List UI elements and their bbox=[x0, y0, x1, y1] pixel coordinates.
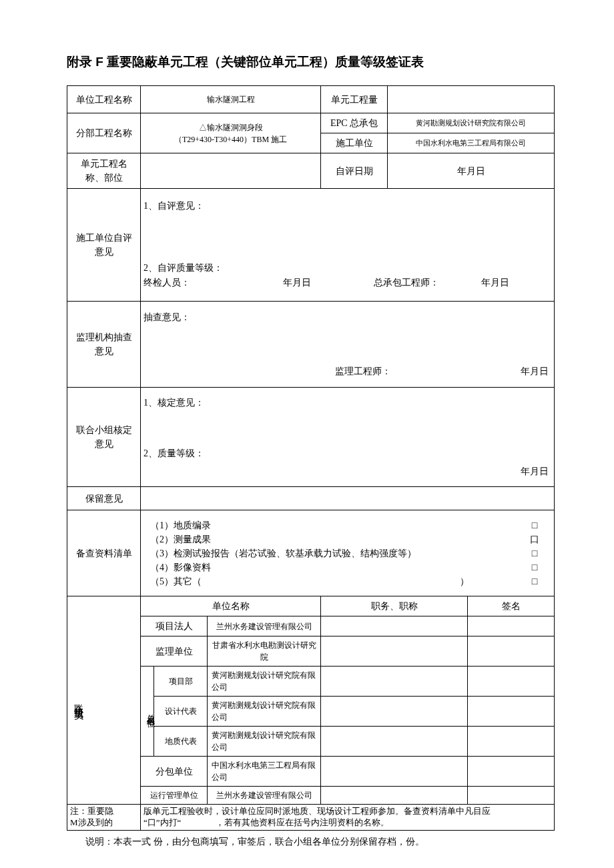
row-gc-geo-label: 地质代表 bbox=[154, 727, 208, 757]
inspect-sig: 监理工程师： bbox=[335, 364, 469, 378]
checkbox-4[interactable]: □ bbox=[525, 560, 545, 574]
row-subcontractor-unit: 中国水利水电第三工程局有限公司 bbox=[208, 757, 321, 787]
note-label-2: M涉及到的 bbox=[70, 817, 137, 829]
row-subcontractor-label: 分包单位 bbox=[141, 757, 208, 787]
row-gc-project-dept-label: 项目部 bbox=[154, 667, 208, 697]
value-reserved-opinion bbox=[141, 487, 555, 510]
row-project-legal-label: 项目法人 bbox=[141, 616, 208, 636]
block-checklist: （1）地质编录□ （2）测量成果口 （3）检测试验报告（岩芯试验、软基承载力试验… bbox=[141, 510, 555, 596]
row-gc-project-dept-unit: 黄河勘测规划设计研究院有限公司 bbox=[208, 667, 321, 697]
row-operation-sign bbox=[468, 787, 555, 805]
row-project-legal-pos bbox=[321, 616, 468, 636]
col-position: 职务、职称 bbox=[321, 596, 468, 616]
label-checklist: 备查资料清单 bbox=[67, 510, 141, 596]
row-subcontractor-sign bbox=[468, 757, 555, 787]
footer-explain: 说明：本表一式 份，由分包商填写，审签后，联合小组各单位分别保留存档，份。 bbox=[67, 835, 554, 849]
value-construction-unit: 中国水利水电第三工程局有限公司 bbox=[388, 133, 555, 153]
label-construction-unit: 施工单位 bbox=[321, 133, 388, 153]
value-epc: 黄河勘测规划设计研究院有限公司 bbox=[388, 113, 555, 133]
row-gc-design-label: 设计代表 bbox=[154, 697, 208, 727]
self-sig-engineer: 总承包工程师： bbox=[344, 276, 442, 290]
label-unit-project-name: 单位工程名称 bbox=[67, 86, 141, 113]
joint-members-vtext: 联合小组成员 bbox=[71, 694, 85, 707]
row-project-legal-sign bbox=[468, 616, 555, 636]
checkbox-5[interactable]: □ bbox=[525, 574, 545, 588]
block-construction-self-opinion: 1、自评意见： 2、自评质量等级： 终检人员： 年月日 总承包工程师： 年月日 bbox=[141, 189, 555, 302]
label-unit-quantity: 单元工程量 bbox=[321, 86, 388, 113]
joint-date: 年月日 bbox=[143, 460, 549, 478]
self-sig-date2: 年月日 bbox=[442, 276, 549, 290]
checkbox-2[interactable]: 口 bbox=[525, 532, 545, 546]
row-operation-label: 运行管理单位 bbox=[141, 787, 208, 805]
label-epc: EPC 总承包 bbox=[321, 113, 388, 133]
inspect-head: 抽查意见： bbox=[143, 310, 549, 324]
self-sig-date1: 年月日 bbox=[250, 276, 344, 290]
self-opinion-2: 2、自评质量等级： bbox=[143, 261, 549, 276]
main-table: 单位工程名称 输水隧洞工程 单元工程量 分部工程名称 △输水隧洞洞身段 （T29… bbox=[67, 85, 555, 831]
label-unit-name-part: 单元工程名称、部位 bbox=[67, 153, 141, 189]
value-self-eval-date: 年月日 bbox=[388, 153, 555, 189]
row-gc-project-dept-sign bbox=[468, 667, 555, 697]
row-gc-design-unit: 黄河勘测规划设计研究院有限公司 bbox=[208, 697, 321, 727]
value-subproject-name: △输水隧洞洞身段 （T29+430-T30+440）TBM 施工 bbox=[141, 113, 321, 153]
row-supervision-pos bbox=[321, 636, 468, 667]
label-subproject-name: 分部工程名称 bbox=[67, 113, 141, 153]
label-self-eval-date: 自评日期 bbox=[321, 153, 388, 189]
value-unit-name-part bbox=[141, 153, 321, 189]
label-construction-self-opinion: 施工单位自评意见 bbox=[67, 189, 141, 302]
label-reserved-opinion: 保留意见 bbox=[67, 487, 141, 510]
note-text-a: 版单元工程验收时，设计单位应同时派地质、现场设计工程师参加。备查资料清单中凡目应 bbox=[143, 806, 551, 817]
row-gc-design-sign bbox=[468, 697, 555, 727]
note-label-cell: 注：重要隐 M涉及到的 bbox=[67, 805, 141, 831]
row-gc-geo-sign bbox=[468, 727, 555, 757]
label-joint-group-members: 联合小组成员 bbox=[67, 596, 141, 805]
block-joint-group-opinion: 1、核定意见： 2、质量等级： 年月日 bbox=[141, 388, 555, 487]
row-gc-design-pos bbox=[321, 697, 468, 727]
joint-opinion-2: 2、质量等级： bbox=[143, 446, 549, 460]
row-gc-geo-unit: 黄河勘测规划设计研究院有限公司 bbox=[208, 727, 321, 757]
row-supervision-unit: 甘肃省水利水电勘测设计研究院 bbox=[208, 636, 321, 667]
joint-opinion-1: 1、核定意见： bbox=[143, 396, 549, 410]
label-joint-group-opinion: 联合小组核定意见 bbox=[67, 388, 141, 487]
subproject-line1: △输水隧洞洞身段 bbox=[145, 121, 316, 133]
page-title: 附录 F 重要隐蔽单元工程（关键部位单元工程）质量等级签证表 bbox=[67, 53, 554, 71]
self-opinion-1: 1、自评意见： bbox=[143, 199, 549, 213]
checklist-item-1: （1）地质编录 bbox=[150, 518, 525, 532]
value-unit-quantity bbox=[388, 86, 555, 113]
row-gc-geo-pos bbox=[321, 727, 468, 757]
row-subcontractor-pos bbox=[321, 757, 468, 787]
block-supervision-opinion: 抽查意见： 监理工程师： 年月日 bbox=[141, 302, 555, 388]
subproject-line2: （T29+430-T30+440）TBM 施工 bbox=[145, 133, 316, 145]
note-label-1: 注：重要隐 bbox=[70, 806, 137, 817]
row-supervision-label: 监理单位 bbox=[141, 636, 208, 667]
checklist-item-3: （3）检测试验报告（岩芯试验、软基承载力试验、结构强度等） bbox=[150, 546, 525, 560]
note-text-b: “口”内打“ ，若有其他资料应在括号内注明资料的名称。 bbox=[143, 817, 551, 829]
row-project-legal-unit: 兰州水务建设管理有限公司 bbox=[208, 616, 321, 636]
value-unit-project-name: 输水隧洞工程 bbox=[141, 86, 321, 113]
row-supervision-sign bbox=[468, 636, 555, 667]
checklist-5-prefix: （5）其它（ bbox=[150, 576, 202, 586]
row-operation-unit: 兰州水务建设管理有限公司 bbox=[208, 787, 321, 805]
checkbox-3[interactable]: □ bbox=[525, 546, 545, 560]
checklist-item-2: （2）测量成果 bbox=[150, 532, 525, 546]
checkbox-1[interactable]: □ bbox=[525, 518, 545, 532]
row-gc-project-dept-pos bbox=[321, 667, 468, 697]
checklist-item-5: （5）其它（ ） bbox=[150, 574, 525, 588]
col-sign: 签名 bbox=[468, 596, 555, 616]
row-operation-pos bbox=[321, 787, 468, 805]
col-unit-name: 单位名称 bbox=[141, 596, 321, 616]
note-text-cell: 版单元工程验收时，设计单位应同时派地质、现场设计工程师参加。备查资料清单中凡目应… bbox=[141, 805, 555, 831]
label-general-contract-unit: 总承包单位 bbox=[141, 667, 154, 757]
checklist-item-4: （4）影像资料 bbox=[150, 560, 525, 574]
self-sig-inspector: 终检人员： bbox=[143, 276, 250, 290]
checklist-5-suffix: ） bbox=[460, 576, 469, 586]
inspect-date: 年月日 bbox=[469, 364, 549, 378]
label-supervision-opinion: 监理机构抽查意见 bbox=[67, 302, 141, 388]
